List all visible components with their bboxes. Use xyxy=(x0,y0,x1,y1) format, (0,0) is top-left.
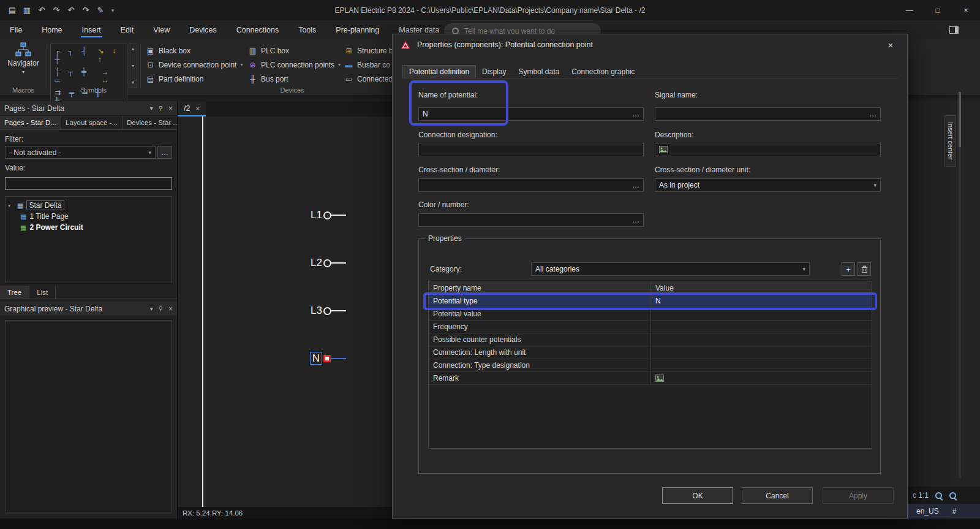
panel-close-icon[interactable]: × xyxy=(168,104,173,113)
bus-port-button[interactable]: ╫Bus port xyxy=(248,73,341,85)
tab-potential-definition[interactable]: Potential definition xyxy=(402,65,476,78)
tab-layout-space[interactable]: Layout space -... xyxy=(61,116,123,129)
new-page-icon[interactable]: ▤ xyxy=(6,4,18,17)
pin-icon[interactable]: ⚲ xyxy=(159,105,163,112)
property-value-cell[interactable] xyxy=(651,321,872,333)
filter-browse-button[interactable]: … xyxy=(157,146,172,159)
table-row-connection-length[interactable]: Connection: Length with unit xyxy=(429,346,872,359)
qat-customize-caret-icon[interactable]: ▾ xyxy=(109,4,116,17)
undo-list-icon[interactable]: ↶ xyxy=(65,4,77,17)
tab-list[interactable]: List xyxy=(29,286,56,299)
symbol-gallery-scroll[interactable]: ▴ ▾ ▾ xyxy=(129,44,137,88)
zoom-search-icon[interactable] xyxy=(949,492,957,500)
browse-icon[interactable]: … xyxy=(632,181,639,189)
tab-file[interactable]: File xyxy=(0,20,32,40)
signal-name-field[interactable]: … xyxy=(655,107,881,121)
tab-devices-tree[interactable]: Devices - Star ... xyxy=(123,116,184,129)
tab-connections[interactable]: Connections xyxy=(227,20,289,40)
connected-button[interactable]: ▭Connected xyxy=(344,73,393,85)
undo-icon[interactable]: ↶ xyxy=(36,4,48,17)
pin-icon[interactable]: ⚲ xyxy=(159,305,163,312)
potential-L3[interactable]: L3 xyxy=(300,305,346,317)
browse-icon[interactable]: … xyxy=(869,110,876,118)
zoom-icon[interactable] xyxy=(935,492,943,500)
delete-property-button[interactable] xyxy=(858,262,871,276)
tab-close-icon[interactable]: × xyxy=(195,105,199,112)
cross-section-field[interactable]: … xyxy=(418,178,644,192)
potential-L1[interactable]: L1 xyxy=(300,209,346,221)
connection-designation-input[interactable] xyxy=(423,145,639,154)
tree-node-title-page[interactable]: ▦ 1 Title Page xyxy=(8,211,169,222)
edit-macro-icon[interactable]: ✎ xyxy=(94,4,107,17)
ok-button[interactable]: OK xyxy=(662,487,733,504)
tab-edit[interactable]: Edit xyxy=(111,20,144,40)
add-property-button[interactable]: + xyxy=(842,262,855,276)
property-value-cell[interactable] xyxy=(651,308,872,320)
description-input[interactable] xyxy=(671,145,876,154)
table-row-remark[interactable]: Remark xyxy=(429,372,872,385)
copy-page-icon[interactable]: ▥ xyxy=(21,4,33,17)
close-button[interactable]: × xyxy=(952,0,980,20)
maximize-button[interactable]: □ xyxy=(924,0,952,20)
panel-toggle-button[interactable] xyxy=(948,25,959,35)
tree-expand-icon[interactable]: ▾ xyxy=(8,203,14,208)
tab-insert[interactable]: Insert xyxy=(72,20,111,40)
part-definition-button[interactable]: ▤Part definition xyxy=(146,73,243,85)
redo-icon[interactable]: ↷ xyxy=(50,4,62,17)
table-row-frequency[interactable]: Frequency xyxy=(429,321,872,333)
tab-connection-graphic[interactable]: Connection graphic xyxy=(565,65,641,78)
apply-button[interactable]: Apply xyxy=(823,487,894,504)
property-value-cell[interactable]: N xyxy=(651,295,872,307)
language-indicator[interactable]: en_US xyxy=(916,507,939,516)
category-dropdown[interactable]: All categories ▾ xyxy=(531,262,810,276)
black-box-button[interactable]: ▣Black box xyxy=(146,45,243,56)
symbol-gallery[interactable]: ┌ ┐ ┤ ┼↘ ↓ ↑ ├ ┬ ╪ ═→ ↔ ⇉ ╤ ╧ ╫ ╬ xyxy=(50,44,127,108)
tab-pages[interactable]: Pages - Star D... xyxy=(0,116,61,129)
cross-section-unit-dropdown[interactable]: As in project ▾ xyxy=(655,178,881,192)
tab-tree[interactable]: Tree xyxy=(0,286,29,299)
minimize-button[interactable]: — xyxy=(895,0,924,20)
preview-panel-header[interactable]: Graphical preview - Star Delta ▾ ⚲ × xyxy=(0,302,177,316)
cross-section-input[interactable] xyxy=(423,181,629,189)
property-value-cell[interactable] xyxy=(651,346,872,359)
value-input[interactable] xyxy=(5,177,172,190)
table-row-potential-type[interactable]: Potential type N xyxy=(429,295,872,308)
plc-connection-points-button[interactable]: ⊕PLC connection points▾ xyxy=(248,59,341,70)
description-field[interactable] xyxy=(655,143,881,156)
busbar-button[interactable]: ▬Busbar co xyxy=(344,59,393,70)
name-of-potential-input[interactable] xyxy=(423,110,629,118)
tab-symbol-data[interactable]: Symbol data xyxy=(512,65,565,78)
pages-tree[interactable]: ▾ ▦ Star Delta ▦ 1 Title Page ▦ 2 Power … xyxy=(5,196,172,283)
drawing-canvas[interactable]: L1 L2 L3 N xyxy=(178,116,392,507)
panel-menu-icon[interactable]: ▾ xyxy=(150,305,153,312)
panel-close-icon[interactable]: × xyxy=(168,305,173,313)
potential-L2[interactable]: L2 xyxy=(300,257,346,269)
redo-list-icon[interactable]: ↷ xyxy=(80,4,92,17)
tab-view[interactable]: View xyxy=(143,20,179,40)
table-row-possible-counter-potentials[interactable]: Possible counter potentials xyxy=(429,333,872,346)
scroll-up-icon[interactable]: ▴ xyxy=(132,46,134,51)
potential-N-selected[interactable]: N xyxy=(300,352,346,365)
property-value-cell[interactable] xyxy=(651,359,872,371)
color-number-input[interactable] xyxy=(423,216,629,224)
tree-node-power-circuit[interactable]: ▦ 2 Power Circuit xyxy=(8,222,169,233)
insert-center-tab[interactable]: Insert center xyxy=(944,115,956,167)
gallery-expand-icon[interactable]: ▾ xyxy=(132,80,134,85)
tab-pre-planning[interactable]: Pre-planning xyxy=(326,20,389,40)
scrollbar-thumb[interactable] xyxy=(959,92,961,147)
tree-node-project[interactable]: ▾ ▦ Star Delta xyxy=(8,200,169,211)
cancel-button[interactable]: Cancel xyxy=(742,487,813,504)
tab-devices[interactable]: Devices xyxy=(179,20,226,40)
grid-indicator[interactable]: # xyxy=(952,507,957,516)
editor-tab-page2[interactable]: /2 × xyxy=(178,101,206,116)
table-row-connection-type[interactable]: Connection: Type designation xyxy=(429,359,872,372)
panel-menu-icon[interactable]: ▾ xyxy=(150,105,153,112)
device-connection-point-button[interactable]: ⊡Device connection point▾ xyxy=(146,59,243,70)
browse-icon[interactable]: … xyxy=(632,110,639,118)
name-of-potential-field[interactable]: … xyxy=(418,107,644,121)
browse-icon[interactable]: … xyxy=(632,216,639,224)
tab-tools[interactable]: Tools xyxy=(288,20,326,40)
plc-box-button[interactable]: ▥PLC box xyxy=(248,45,341,56)
tab-home[interactable]: Home xyxy=(32,20,72,40)
vertical-scrollbar[interactable] xyxy=(959,92,961,478)
